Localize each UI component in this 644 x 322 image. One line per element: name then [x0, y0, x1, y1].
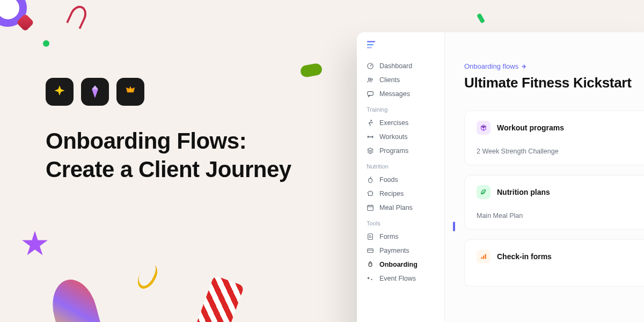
sidebar-item-label: Meal Plans: [379, 204, 413, 211]
nav-group-label: Tools: [357, 215, 444, 230]
badge-star: [46, 78, 74, 106]
sidebar-item-forms[interactable]: Forms: [357, 230, 444, 244]
decoration-ring: [0, 0, 27, 27]
flow-card-nutrition-plans[interactable]: Nutrition plansMain Meal Plan: [464, 175, 644, 230]
app-logo[interactable]: [357, 41, 444, 59]
bars-icon: [477, 250, 491, 264]
accent-bar: [453, 222, 455, 231]
flow-card-check-in-forms[interactable]: Check-in forms: [464, 239, 644, 287]
hero-title-line: Onboarding Flows:: [46, 128, 246, 153]
nav-group-label: Nutrition: [357, 158, 444, 173]
hero-title-line: Create a Client Journey: [46, 157, 291, 182]
decoration-cone: [46, 275, 104, 322]
svg-rect-13: [483, 255, 484, 259]
cube-icon: [477, 121, 491, 135]
svg-rect-14: [485, 254, 486, 259]
sidebar-item-label: Payments: [379, 247, 409, 254]
messages-icon: [367, 90, 374, 98]
sparkle-flow-icon: [367, 275, 374, 282]
sidebar-item-label: Onboarding: [379, 261, 418, 268]
page-title: Ultimate Fitness Kickstart: [464, 75, 644, 91]
decoration-ribbon: [134, 261, 162, 292]
sidebar-item-dashboard[interactable]: Dashboard: [357, 59, 444, 73]
decoration-confetti: [477, 13, 485, 24]
sidebar-item-onboarding[interactable]: Onboarding: [357, 258, 444, 272]
rocket-icon: [367, 261, 374, 268]
svg-rect-3: [368, 92, 374, 96]
card-header: Check-in forms: [477, 250, 644, 264]
decoration-curl: [66, 3, 90, 30]
arrow-right-icon: [521, 63, 527, 70]
sidebar-item-workouts[interactable]: Workouts: [357, 130, 444, 144]
apple-icon: [367, 176, 374, 184]
decoration-square: [16, 13, 34, 32]
card-title: Check-in forms: [497, 252, 552, 261]
card-subtitle: Main Meal Plan: [477, 212, 644, 219]
calendar-meal-icon: [367, 204, 374, 211]
card-header: Nutrition plans: [477, 185, 644, 199]
decoration-popper: [196, 275, 245, 322]
sidebar-item-payments[interactable]: Payments: [357, 244, 444, 258]
form-icon: [367, 233, 374, 240]
app-window: DashboardClientsMessagesTrainingExercise…: [357, 32, 644, 322]
card-icon: [367, 247, 374, 254]
nav-group-label: Training: [357, 101, 444, 116]
sidebar-item-label: Programs: [379, 147, 408, 155]
card-title: Nutrition plans: [497, 188, 550, 196]
svg-rect-10: [368, 249, 374, 253]
svg-point-4: [370, 120, 372, 121]
sidebar-item-clients[interactable]: Clients: [357, 73, 444, 87]
sidebar-item-label: Forms: [379, 233, 398, 240]
card-subtitle: 2 Week Strength Challenge: [477, 148, 644, 155]
hero: Onboarding Flows: Create a Client Journe…: [46, 78, 291, 184]
stack-icon: [367, 147, 374, 155]
gem-icon: [87, 84, 103, 99]
breadcrumb[interactable]: Onboarding flows: [464, 62, 644, 70]
svg-rect-12: [481, 257, 482, 259]
leaf-icon: [477, 185, 491, 199]
sidebar-item-label: Clients: [379, 76, 400, 84]
sidebar-item-foods[interactable]: Foods: [357, 173, 444, 187]
card-title: Workout programs: [497, 123, 564, 132]
sidebar-item-event-flows[interactable]: Event Flows: [357, 272, 444, 286]
sidebar-item-label: Dashboard: [379, 62, 412, 70]
sidebar-item-recipes[interactable]: Recipes: [357, 187, 444, 201]
chef-icon: [367, 190, 374, 197]
sidebar-item-label: Exercises: [379, 119, 408, 127]
sidebar-item-messages[interactable]: Messages: [357, 87, 444, 101]
flow-card-workout-programs[interactable]: Workout programs2 Week Strength Challeng…: [464, 111, 644, 165]
svg-rect-9: [368, 234, 373, 240]
badge-crown: [116, 78, 144, 106]
users-icon: [367, 76, 374, 84]
sidebar-item-label: Event Flows: [379, 275, 416, 282]
sidebar-item-label: Foods: [379, 176, 398, 184]
svg-point-11: [370, 263, 371, 264]
badge-gem: [81, 78, 109, 106]
svg-point-1: [368, 78, 370, 80]
decoration-pill: [299, 63, 323, 78]
svg-point-2: [371, 79, 372, 80]
sidebar-item-label: Messages: [379, 90, 410, 98]
svg-rect-7: [369, 136, 372, 137]
gauge-icon: [367, 62, 374, 70]
decoration-star: [21, 231, 48, 258]
dumbbell-icon: [367, 133, 374, 141]
breadcrumb-label: Onboarding flows: [464, 62, 518, 70]
main-content: Onboarding flows Ultimate Fitness Kickst…: [445, 32, 644, 322]
sidebar-item-programs[interactable]: Programs: [357, 144, 444, 158]
sidebar-item-label: Workouts: [379, 133, 408, 141]
run-icon: [367, 119, 374, 127]
sidebar: DashboardClientsMessagesTrainingExercise…: [357, 32, 445, 322]
decoration-dot: [43, 40, 49, 47]
badge-row: [46, 78, 291, 106]
logo-icon: [367, 41, 377, 49]
sidebar-item-exercises[interactable]: Exercises: [357, 116, 444, 130]
hero-title: Onboarding Flows: Create a Client Journe…: [46, 127, 291, 184]
sidebar-item-label: Recipes: [379, 190, 404, 197]
sidebar-item-meal-plans[interactable]: Meal Plans: [357, 201, 444, 215]
svg-rect-8: [368, 206, 374, 211]
sparkle-icon: [52, 84, 67, 99]
card-header: Workout programs: [477, 121, 644, 135]
crown-icon: [123, 84, 138, 99]
